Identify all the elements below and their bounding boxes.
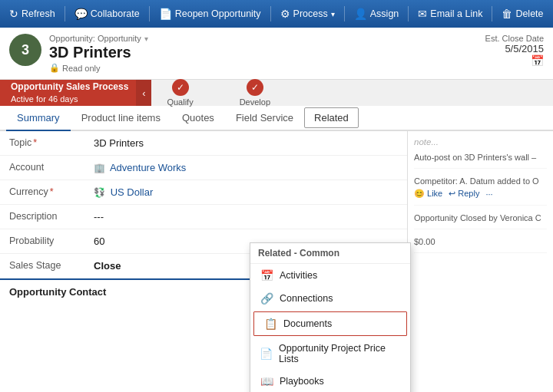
nav-separator-2: [149, 6, 150, 21]
readonly-label: 🔒 Read only: [49, 63, 148, 73]
dropdown-item-opp-project[interactable]: 📄 Opportunity Project Price Lists: [250, 338, 410, 370]
dropdown-item-connections[interactable]: 🔗 Connections: [250, 287, 410, 310]
main-content: Topic* 3D Printers Account 🏢 Adventure W…: [0, 131, 553, 392]
documents-icon: 📋: [263, 318, 277, 330]
currency-link[interactable]: 💱 US Dollar: [94, 186, 153, 198]
connections-icon: 🔗: [260, 292, 273, 305]
field-value-currency: 💱 US Dollar: [84, 180, 407, 205]
tab-field-service[interactable]: Field Service: [225, 106, 304, 130]
more-button[interactable]: ···: [485, 189, 492, 199]
chevron-down-icon: ▾: [331, 10, 335, 18]
collaborate-icon: 💬: [75, 8, 88, 20]
timeline-entry-2: Competitor: A. Datum added to O 😊 Like ↩…: [414, 176, 547, 206]
required-indicator: *: [33, 137, 37, 148]
nav-assign[interactable]: 👤 Assign: [348, 5, 406, 23]
required-indicator: *: [50, 186, 54, 197]
est-close-label: Est. Close Date: [485, 34, 544, 43]
activities-icon: 📅: [260, 269, 273, 282]
breadcrumb: Opportunity: Opportunity ▾: [49, 34, 148, 43]
header-right: Est. Close Date 5/5/2015 📅: [485, 34, 544, 67]
calendar-icon[interactable]: 📅: [531, 54, 544, 67]
reopen-icon: 📄: [159, 8, 172, 20]
entity-info: Opportunity: Opportunity ▾ 3D Printers 🔒…: [49, 34, 148, 73]
table-row: Description ---: [0, 205, 407, 229]
refresh-icon: ↻: [9, 8, 18, 20]
timeline-amount: $0.00: [414, 237, 547, 253]
nav-delete[interactable]: 🗑 Delete: [495, 5, 549, 23]
nav-email[interactable]: ✉ Email a Link: [412, 5, 488, 23]
header-area: 3 Opportunity: Opportunity ▾ 3D Printers…: [0, 28, 553, 80]
field-label-probability: Probability: [0, 229, 84, 254]
nav-separator-5: [408, 6, 409, 21]
dropdown-item-documents[interactable]: 📋 Documents: [253, 311, 407, 336]
playbooks-icon: 📖: [260, 375, 273, 387]
entity-title: 3D Printers: [49, 43, 148, 61]
table-row: Currency* 💱 US Dollar: [0, 180, 407, 205]
develop-circle: ✓: [247, 79, 263, 96]
process-step-qualify[interactable]: ✓ Qualify: [167, 79, 193, 107]
nav-refresh[interactable]: ↻ Refresh: [3, 5, 61, 23]
process-bar: Opportunity Sales Process Active for 46 …: [0, 80, 553, 106]
field-label-currency: Currency*: [0, 180, 84, 205]
nav-collaborate[interactable]: 💬 Collaborate: [68, 5, 146, 23]
like-button[interactable]: 😊 Like: [414, 189, 442, 199]
nav-separator-6: [492, 6, 492, 21]
tab-summary[interactable]: Summary: [6, 106, 71, 131]
field-value-account: 🏢 Adventure Works: [84, 156, 407, 180]
field-label-description: Description: [0, 205, 84, 229]
reply-button[interactable]: ↩ Reply: [449, 189, 479, 199]
process-label: Opportunity Sales Process Active for 46 …: [0, 80, 136, 106]
dropdown-item-activities[interactable]: 📅 Activities: [250, 264, 410, 287]
process-icon: ⚙: [280, 8, 290, 20]
process-days: Active for 46 days: [11, 94, 128, 104]
nav-bar: ↻ Refresh 💬 Collaborate 📄 Reopen Opportu…: [0, 0, 553, 28]
field-label-sales-stage: Sales Stage: [0, 254, 84, 278]
related-dropdown-menu[interactable]: Related - Common 📅 Activities 🔗 Connecti…: [250, 242, 411, 392]
email-icon: ✉: [418, 8, 427, 20]
tab-related[interactable]: Related: [304, 107, 359, 128]
timeline-panel: note... Auto-post on 3D Printers's wall …: [407, 131, 553, 392]
nav-separator-1: [65, 6, 65, 21]
currency-icon: 💱: [94, 187, 105, 198]
timeline-actions: 😊 Like ↩ Reply ···: [414, 189, 547, 199]
account-icon: 🏢: [94, 163, 105, 173]
account-link[interactable]: 🏢 Adventure Works: [94, 162, 186, 173]
field-value-topic: 3D Printers: [84, 131, 407, 156]
timeline-entry-1: Auto-post on 3D Printers's wall –: [414, 153, 547, 169]
process-steps: ✓ Qualify ✓ Develop: [151, 80, 553, 106]
table-row: Account 🏢 Adventure Works: [0, 156, 407, 180]
chevron-icon: ▾: [144, 35, 148, 43]
dropdown-item-playbooks[interactable]: 📖 Playbooks: [250, 370, 410, 392]
tab-quotes[interactable]: Quotes: [171, 106, 225, 130]
entity-icon: 3: [9, 34, 41, 66]
process-name: Opportunity Sales Process: [11, 81, 128, 94]
field-label-account: Account: [0, 156, 84, 180]
dropdown-section-common: Related - Common: [250, 243, 410, 264]
tabs-bar: Summary Product line items Quotes Field …: [0, 106, 553, 131]
table-row: Topic* 3D Printers: [0, 131, 407, 156]
tab-product-line[interactable]: Product line items: [71, 106, 171, 130]
delete-icon: 🗑: [502, 8, 512, 20]
lock-icon: 🔒: [49, 63, 60, 73]
process-collapse-button[interactable]: ‹: [136, 80, 151, 106]
field-value-description: ---: [84, 205, 407, 229]
est-close-value: 5/5/2015: [485, 43, 544, 54]
timeline-entry-3: Opportunity Closed by Veronica C: [414, 213, 547, 229]
nav-process[interactable]: ⚙ Process ▾: [274, 5, 341, 23]
process-step-develop[interactable]: ✓ Develop: [240, 79, 270, 107]
field-label-topic: Topic*: [0, 131, 84, 156]
opp-project-icon: 📄: [260, 348, 273, 360]
timeline-placeholder: note...: [414, 137, 547, 147]
nav-separator-4: [344, 6, 345, 21]
qualify-circle: ✓: [172, 79, 189, 96]
assign-icon: 👤: [354, 8, 367, 20]
header-left: 3 Opportunity: Opportunity ▾ 3D Printers…: [9, 34, 148, 73]
nav-separator-3: [270, 6, 271, 21]
nav-reopen[interactable]: 📄 Reopen Opportunity: [153, 5, 267, 23]
